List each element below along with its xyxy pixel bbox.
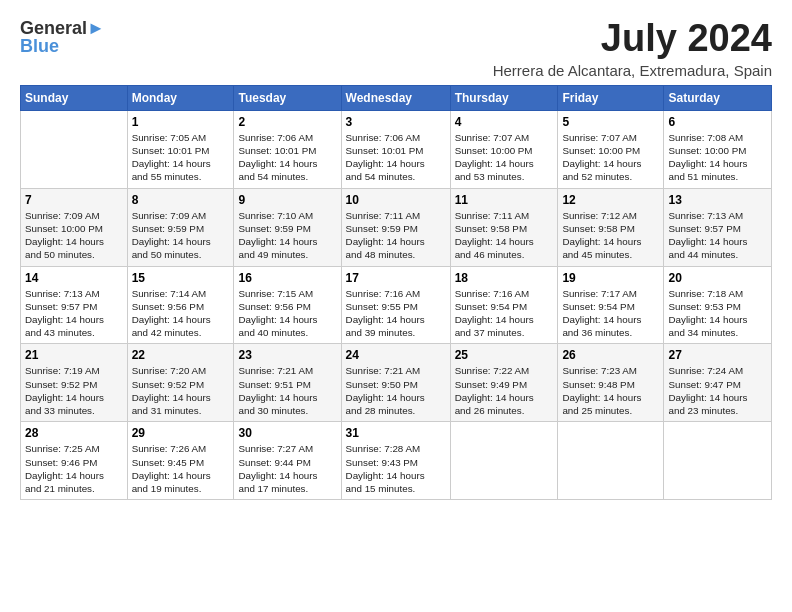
day-number: 31	[346, 426, 446, 440]
day-info: Sunrise: 7:07 AMSunset: 10:00 PMDaylight…	[562, 131, 659, 184]
day-cell	[21, 110, 128, 188]
calendar-table: SundayMondayTuesdayWednesdayThursdayFrid…	[20, 85, 772, 500]
day-cell: 2Sunrise: 7:06 AMSunset: 10:01 PMDayligh…	[234, 110, 341, 188]
header-cell-sunday: Sunday	[21, 85, 128, 110]
day-number: 9	[238, 193, 336, 207]
day-cell: 24Sunrise: 7:21 AMSunset: 9:50 PMDayligh…	[341, 344, 450, 422]
day-info: Sunrise: 7:16 AMSunset: 9:55 PMDaylight:…	[346, 287, 446, 340]
day-number: 2	[238, 115, 336, 129]
day-cell: 26Sunrise: 7:23 AMSunset: 9:48 PMDayligh…	[558, 344, 664, 422]
day-cell: 15Sunrise: 7:14 AMSunset: 9:56 PMDayligh…	[127, 266, 234, 344]
day-number: 18	[455, 271, 554, 285]
day-info: Sunrise: 7:12 AMSunset: 9:58 PMDaylight:…	[562, 209, 659, 262]
header-cell-tuesday: Tuesday	[234, 85, 341, 110]
calendar-body: 1Sunrise: 7:05 AMSunset: 10:01 PMDayligh…	[21, 110, 772, 499]
day-number: 29	[132, 426, 230, 440]
day-info: Sunrise: 7:21 AMSunset: 9:51 PMDaylight:…	[238, 364, 336, 417]
day-number: 11	[455, 193, 554, 207]
day-info: Sunrise: 7:19 AMSunset: 9:52 PMDaylight:…	[25, 364, 123, 417]
day-cell: 10Sunrise: 7:11 AMSunset: 9:59 PMDayligh…	[341, 188, 450, 266]
day-info: Sunrise: 7:27 AMSunset: 9:44 PMDaylight:…	[238, 442, 336, 495]
day-number: 15	[132, 271, 230, 285]
day-cell: 31Sunrise: 7:28 AMSunset: 9:43 PMDayligh…	[341, 422, 450, 500]
day-cell: 9Sunrise: 7:10 AMSunset: 9:59 PMDaylight…	[234, 188, 341, 266]
day-number: 3	[346, 115, 446, 129]
day-info: Sunrise: 7:24 AMSunset: 9:47 PMDaylight:…	[668, 364, 767, 417]
day-cell: 13Sunrise: 7:13 AMSunset: 9:57 PMDayligh…	[664, 188, 772, 266]
day-number: 21	[25, 348, 123, 362]
day-info: Sunrise: 7:14 AMSunset: 9:56 PMDaylight:…	[132, 287, 230, 340]
day-info: Sunrise: 7:10 AMSunset: 9:59 PMDaylight:…	[238, 209, 336, 262]
day-number: 12	[562, 193, 659, 207]
header-cell-wednesday: Wednesday	[341, 85, 450, 110]
day-cell	[664, 422, 772, 500]
day-cell: 11Sunrise: 7:11 AMSunset: 9:58 PMDayligh…	[450, 188, 558, 266]
day-cell: 28Sunrise: 7:25 AMSunset: 9:46 PMDayligh…	[21, 422, 128, 500]
day-cell: 30Sunrise: 7:27 AMSunset: 9:44 PMDayligh…	[234, 422, 341, 500]
day-info: Sunrise: 7:11 AMSunset: 9:58 PMDaylight:…	[455, 209, 554, 262]
day-number: 25	[455, 348, 554, 362]
day-number: 10	[346, 193, 446, 207]
day-cell: 29Sunrise: 7:26 AMSunset: 9:45 PMDayligh…	[127, 422, 234, 500]
day-cell: 4Sunrise: 7:07 AMSunset: 10:00 PMDayligh…	[450, 110, 558, 188]
day-cell: 23Sunrise: 7:21 AMSunset: 9:51 PMDayligh…	[234, 344, 341, 422]
header-cell-thursday: Thursday	[450, 85, 558, 110]
day-cell: 3Sunrise: 7:06 AMSunset: 10:01 PMDayligh…	[341, 110, 450, 188]
calendar-header: SundayMondayTuesdayWednesdayThursdayFrid…	[21, 85, 772, 110]
day-info: Sunrise: 7:28 AMSunset: 9:43 PMDaylight:…	[346, 442, 446, 495]
week-row-2: 7Sunrise: 7:09 AMSunset: 10:00 PMDayligh…	[21, 188, 772, 266]
day-info: Sunrise: 7:09 AMSunset: 9:59 PMDaylight:…	[132, 209, 230, 262]
day-cell: 14Sunrise: 7:13 AMSunset: 9:57 PMDayligh…	[21, 266, 128, 344]
day-number: 30	[238, 426, 336, 440]
logo-text-block: General► Blue	[20, 18, 105, 56]
day-info: Sunrise: 7:17 AMSunset: 9:54 PMDaylight:…	[562, 287, 659, 340]
day-cell	[558, 422, 664, 500]
day-cell: 21Sunrise: 7:19 AMSunset: 9:52 PMDayligh…	[21, 344, 128, 422]
day-number: 4	[455, 115, 554, 129]
title-block: July 2024 Herrera de Alcantara, Extremad…	[493, 18, 772, 79]
day-info: Sunrise: 7:08 AMSunset: 10:00 PMDaylight…	[668, 131, 767, 184]
day-number: 24	[346, 348, 446, 362]
day-cell: 12Sunrise: 7:12 AMSunset: 9:58 PMDayligh…	[558, 188, 664, 266]
day-number: 17	[346, 271, 446, 285]
day-number: 26	[562, 348, 659, 362]
day-cell: 8Sunrise: 7:09 AMSunset: 9:59 PMDaylight…	[127, 188, 234, 266]
day-number: 13	[668, 193, 767, 207]
day-info: Sunrise: 7:21 AMSunset: 9:50 PMDaylight:…	[346, 364, 446, 417]
day-number: 23	[238, 348, 336, 362]
day-cell: 7Sunrise: 7:09 AMSunset: 10:00 PMDayligh…	[21, 188, 128, 266]
day-info: Sunrise: 7:06 AMSunset: 10:01 PMDaylight…	[238, 131, 336, 184]
day-cell: 20Sunrise: 7:18 AMSunset: 9:53 PMDayligh…	[664, 266, 772, 344]
day-info: Sunrise: 7:23 AMSunset: 9:48 PMDaylight:…	[562, 364, 659, 417]
day-info: Sunrise: 7:25 AMSunset: 9:46 PMDaylight:…	[25, 442, 123, 495]
week-row-4: 21Sunrise: 7:19 AMSunset: 9:52 PMDayligh…	[21, 344, 772, 422]
day-info: Sunrise: 7:06 AMSunset: 10:01 PMDaylight…	[346, 131, 446, 184]
header: General► Blue July 2024 Herrera de Alcan…	[20, 18, 772, 79]
day-cell	[450, 422, 558, 500]
day-number: 8	[132, 193, 230, 207]
day-info: Sunrise: 7:07 AMSunset: 10:00 PMDaylight…	[455, 131, 554, 184]
header-cell-friday: Friday	[558, 85, 664, 110]
day-number: 19	[562, 271, 659, 285]
day-cell: 22Sunrise: 7:20 AMSunset: 9:52 PMDayligh…	[127, 344, 234, 422]
day-info: Sunrise: 7:18 AMSunset: 9:53 PMDaylight:…	[668, 287, 767, 340]
day-number: 5	[562, 115, 659, 129]
day-cell: 17Sunrise: 7:16 AMSunset: 9:55 PMDayligh…	[341, 266, 450, 344]
week-row-1: 1Sunrise: 7:05 AMSunset: 10:01 PMDayligh…	[21, 110, 772, 188]
day-number: 16	[238, 271, 336, 285]
day-info: Sunrise: 7:11 AMSunset: 9:59 PMDaylight:…	[346, 209, 446, 262]
day-number: 7	[25, 193, 123, 207]
day-number: 27	[668, 348, 767, 362]
day-cell: 5Sunrise: 7:07 AMSunset: 10:00 PMDayligh…	[558, 110, 664, 188]
day-cell: 18Sunrise: 7:16 AMSunset: 9:54 PMDayligh…	[450, 266, 558, 344]
day-number: 28	[25, 426, 123, 440]
page: General► Blue July 2024 Herrera de Alcan…	[0, 0, 792, 510]
day-info: Sunrise: 7:26 AMSunset: 9:45 PMDaylight:…	[132, 442, 230, 495]
day-number: 14	[25, 271, 123, 285]
day-info: Sunrise: 7:16 AMSunset: 9:54 PMDaylight:…	[455, 287, 554, 340]
location-subtitle: Herrera de Alcantara, Extremadura, Spain	[493, 62, 772, 79]
day-info: Sunrise: 7:22 AMSunset: 9:49 PMDaylight:…	[455, 364, 554, 417]
day-info: Sunrise: 7:20 AMSunset: 9:52 PMDaylight:…	[132, 364, 230, 417]
header-cell-monday: Monday	[127, 85, 234, 110]
day-cell: 19Sunrise: 7:17 AMSunset: 9:54 PMDayligh…	[558, 266, 664, 344]
